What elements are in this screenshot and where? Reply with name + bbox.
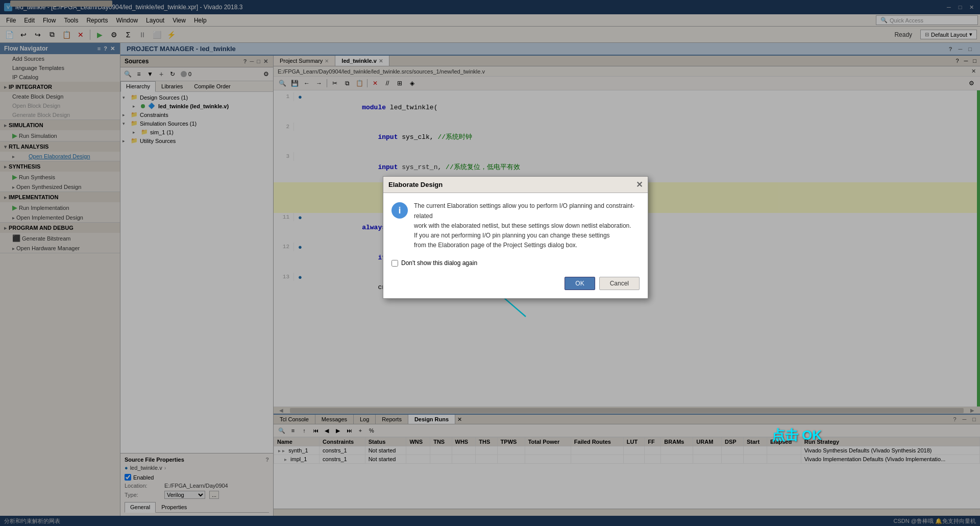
modal-info-icon: i xyxy=(391,202,408,219)
modal-cancel-button[interactable]: Cancel xyxy=(599,277,640,290)
modal-info-section: i The current Elaboration settings allow… xyxy=(391,201,640,250)
elaborate-design-modal: Elaborate Design ✕ i The current Elabora… xyxy=(383,176,648,298)
dont-show-again-checkbox[interactable] xyxy=(391,260,398,267)
modal-checkbox-row: Don't show this dialog again xyxy=(391,258,640,268)
dont-show-again-label: Don't show this dialog again xyxy=(401,258,477,268)
modal-ok-button[interactable]: OK xyxy=(565,277,595,290)
modal-message: The current Elaboration settings allow y… xyxy=(414,201,640,250)
modal-title: Elaborate Design xyxy=(388,181,443,188)
modal-body: i The current Elaboration settings allow… xyxy=(383,193,648,298)
modal-buttons: OK Cancel xyxy=(391,277,640,290)
modal-overlay: Elaborate Design ✕ i The current Elabora… xyxy=(0,0,980,526)
modal-header: Elaborate Design ✕ xyxy=(383,177,648,193)
modal-close-button[interactable]: ✕ xyxy=(636,180,643,189)
